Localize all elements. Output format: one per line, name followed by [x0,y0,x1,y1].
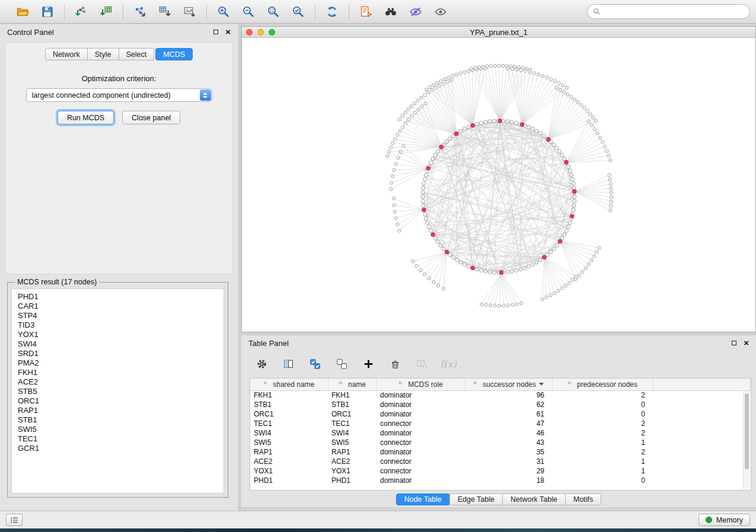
zoom-in-button[interactable] [216,4,231,20]
tab-edge-table[interactable]: Edge Table [449,493,503,505]
mcds-result-item[interactable]: STP4 [18,311,224,321]
main-toolbar [0,0,756,24]
table-row[interactable]: RAP1RAP1dominator352 [250,447,751,457]
close-table-panel-icon[interactable]: × [744,340,749,346]
network-window: YPA_prune.txt_1 [241,26,756,332]
table-row[interactable]: YOX1YOX1connector291 [250,466,751,476]
table-row[interactable]: SWI5SWI5connector431 [250,438,751,447]
import-network-icon [75,5,88,18]
add-row-icon [363,358,374,370]
table-cell: ACE2 [250,457,328,466]
show-all-button[interactable] [433,4,448,20]
search-network-icon [384,5,397,18]
select-all-button[interactable] [308,357,322,371]
mcds-result-item[interactable]: SRD1 [18,349,224,358]
zoom-out-button[interactable] [241,4,256,20]
mcds-result-item[interactable]: RAP1 [18,406,224,415]
export-network-button[interactable] [132,4,148,20]
mcds-result-item[interactable]: TID3 [18,321,224,330]
mcds-result-item[interactable]: FKH1 [18,368,224,377]
add-row-button[interactable] [361,357,375,371]
mcds-result-item[interactable]: STB5 [18,387,224,396]
table-row[interactable]: FKH1FKH1dominator962 [250,390,751,400]
minimize-window-button[interactable] [257,29,264,36]
network-view[interactable] [242,38,755,332]
mcds-result-item[interactable]: SWI4 [18,339,224,349]
table-row[interactable]: PHD1PHD1dominator180 [250,476,751,485]
column-header-predecessor-nodes[interactable]: predecessor nodes [552,379,653,390]
control-panel-body: NetworkStyleSelectMCDS Optimization crit… [5,42,233,274]
sort-icon [473,381,480,387]
table-cell: ORC1 [250,409,328,419]
mcds-result-item[interactable]: YOX1 [18,330,224,339]
table-scrollbar-thumb[interactable] [745,393,749,469]
import-table-button[interactable] [98,4,114,20]
hide-selected-button[interactable] [408,4,423,20]
optimization-label: Optimization criterion: [5,74,232,83]
mcds-result-item[interactable]: GCR1 [18,444,224,453]
deselect-all-button[interactable] [334,357,349,371]
tab-network[interactable]: Network [45,48,88,60]
column-visibility-icon [283,358,294,370]
settings-gear-button[interactable] [254,357,269,371]
table-cell: dominator [377,428,465,438]
table-row[interactable]: STB1STB1dominator620 [250,400,751,409]
mcds-result-item[interactable]: PHD1 [18,292,224,302]
table-row[interactable]: ORC1ORC1dominator610 [250,409,751,419]
tab-mcds[interactable]: MCDS [155,48,193,60]
column-header-successor-nodes[interactable]: successor nodes [465,379,552,390]
mcds-result-item[interactable]: TEC1 [18,434,224,444]
table-cell: 61 [465,409,552,419]
open-file-icon [16,5,29,18]
close-window-button[interactable] [246,29,253,36]
column-header-MCDS-role[interactable]: MCDS role [377,379,465,390]
table-cell: 0 [552,476,653,485]
tab-motifs[interactable]: Motifs [565,493,601,505]
mcds-result-item[interactable]: STB1 [18,415,224,425]
delete-row-button[interactable] [388,357,402,371]
mcds-result-item[interactable]: PMA2 [18,358,224,368]
mcds-result-title: MCDS result (17 nodes) [15,278,99,286]
table-scrollbar [743,391,750,489]
mcds-result-item[interactable]: ORC1 [18,396,224,406]
table-row[interactable]: ACE2ACE2connector311 [250,457,751,466]
share-document-button[interactable] [358,4,374,20]
export-image-button[interactable] [182,4,197,20]
tab-node-table[interactable]: Node Table [396,493,450,505]
table-row[interactable]: SWI4SWI4dominator462 [250,428,751,438]
export-table-button[interactable] [157,4,173,20]
tab-style[interactable]: Style [87,48,119,60]
table-cell: SWI4 [250,428,328,438]
search-network-button[interactable] [383,4,398,20]
maximize-window-button[interactable] [269,29,275,36]
toolbar-search [587,4,750,19]
panel-menu-button[interactable] [6,514,23,526]
search-input[interactable] [604,8,744,16]
float-panel-icon[interactable] [213,30,218,34]
zoom-fit-button[interactable] [266,4,281,20]
table-cell: SWI4 [328,428,377,438]
import-network-button[interactable] [74,4,89,20]
table-panel-title: Table Panel [248,339,289,348]
save-session-button[interactable] [40,4,55,20]
mcds-result-list[interactable]: PHD1CAR1STP4TID3YOX1SWI4SRD1PMA2FKH1ACE2… [11,289,224,493]
zoom-selected-button[interactable] [291,4,306,20]
mcds-result-item[interactable]: ACE2 [18,377,224,387]
close-panel-icon[interactable]: × [225,29,231,35]
refresh-layout-button[interactable] [324,4,340,20]
table-row[interactable]: TEC1TEC1connector472 [250,419,751,428]
tab-select[interactable]: Select [119,48,155,60]
mcds-result-item[interactable]: SWI5 [18,425,224,434]
tab-network-table[interactable]: Network Table [502,493,566,505]
open-file-button[interactable] [15,4,30,20]
column-header-shared-name[interactable]: shared name [250,379,328,390]
float-table-panel-icon[interactable] [732,341,736,345]
table-cell: YOX1 [328,466,377,476]
mcds-result-item[interactable]: CAR1 [18,302,224,311]
close-panel-button[interactable]: Close panel [122,111,180,124]
memory-button[interactable]: Memory [698,514,750,526]
optimization-dropdown[interactable]: largest connected component (undirected) [26,88,212,102]
column-header-name[interactable]: name [328,379,377,390]
column-visibility-button[interactable] [281,357,295,371]
run-mcds-button[interactable]: Run MCDS [58,111,114,124]
